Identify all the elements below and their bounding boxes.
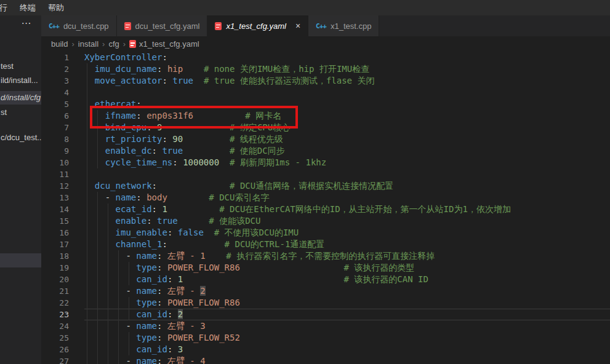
token	[206, 251, 227, 261]
code-line[interactable]: 18 - name: 左臂 - 1 # 执行器索引名字，不需要控制的执行器可直接…	[41, 250, 610, 262]
tab-x1_test_cfg.yaml[interactable]: x1_test_cfg.yaml×	[207, 15, 308, 36]
indent-guide	[97, 262, 98, 274]
token	[183, 134, 230, 144]
token: 2	[200, 286, 205, 296]
code-line[interactable]: 20 can_id: 1 # 该执行器的CAN ID	[41, 274, 610, 285]
menu-item[interactable]: 终端	[14, 2, 42, 14]
indent-guide	[87, 262, 87, 274]
code-line[interactable]: 16 imu_enable: false # 不使用该DCU的IMU	[41, 227, 610, 239]
code-line[interactable]: 7 bind_cpu: 9 # 绑定CPU核心	[41, 122, 610, 133]
code-line[interactable]: 23 can_id: 2	[41, 309, 610, 320]
tab-x1_test.cpp[interactable]: C++x1_test.cpp	[308, 15, 379, 36]
more-actions-icon[interactable]: ⋯	[17, 17, 36, 31]
token: :	[157, 356, 167, 364]
code-editor[interactable]: 1XyberController:2 imu_dcu_name: hip # n…	[41, 52, 610, 364]
sidebar-item[interactable]: test	[0, 60, 42, 73]
token: :	[167, 274, 178, 284]
code-line[interactable]: 24 - name: 左臂 - 3	[41, 320, 610, 332]
breadcrumb-item[interactable]: install	[78, 39, 98, 49]
token: ecat_id	[116, 204, 152, 214]
code-line[interactable]: 8 rt_priority: 90 # 线程优先级	[41, 133, 610, 145]
code-line[interactable]: 12 dcu_network: # DCU通信网络，请根据实机连接情况配置	[41, 180, 610, 192]
sidebar-item[interactable]	[0, 253, 42, 267]
indent-guide	[87, 63, 87, 75]
indent-guide	[118, 332, 119, 344]
indent-guide	[87, 87, 87, 98]
indent-guide	[87, 110, 87, 122]
token: true	[162, 146, 183, 156]
token: :	[157, 263, 167, 272]
tab-dcu_test.cpp[interactable]: C++dcu_test.cpp	[41, 15, 117, 36]
code-line[interactable]: 17 channel_1: # DCU的CTRL-1通道配置	[41, 239, 610, 250]
code-line[interactable]: 6 ifname: enp0s31f6 # 网卡名	[41, 110, 610, 122]
code-text: can_id: 2	[84, 309, 610, 320]
token: :	[136, 192, 146, 202]
sidebar-item[interactable]: st	[0, 106, 42, 119]
code-line[interactable]: 3 move_actuator: true # true 使能执行器运动测试，f…	[41, 75, 610, 87]
code-line[interactable]: 2 imu_dcu_name: hip # none 关闭IMU检查，hip 打…	[41, 63, 610, 75]
indent-guide	[87, 145, 87, 157]
indent-guide	[129, 297, 129, 309]
sidebar-item[interactable]: ild/install...	[0, 74, 42, 87]
indent-guide	[108, 344, 108, 355]
indent-guide	[97, 250, 98, 262]
code-text: channel_1: # DCU的CTRL-1通道配置	[84, 239, 610, 250]
token: :	[157, 298, 167, 307]
indent-guide	[118, 274, 119, 285]
token: POWER_FLOW_R86	[167, 263, 240, 272]
code-line[interactable]: 26 can_id: 3	[41, 344, 610, 355]
code-line[interactable]: 14 ecat_id: 1 # DCU在EtherCAT网络中的ID，从主站开始…	[41, 204, 610, 215]
menu-item[interactable]: 行	[0, 2, 14, 14]
indent-guide	[97, 122, 98, 133]
token	[167, 192, 209, 202]
breadcrumb-item[interactable]: build	[51, 39, 68, 49]
code-line[interactable]: 5 ethercat:	[41, 98, 610, 110]
token	[84, 239, 116, 249]
code-line[interactable]: 19 type: POWER_FLOW_R86 # 该执行器的类型	[41, 262, 610, 274]
token	[167, 239, 225, 249]
indent-guide	[129, 262, 129, 274]
indent-guide	[87, 320, 87, 332]
sidebar-item[interactable]: d/install/cfg	[0, 91, 42, 105]
line-number: 16	[41, 227, 84, 239]
breadcrumb-item[interactable]: cfg	[108, 39, 119, 49]
indent-guide	[118, 309, 119, 320]
code-line[interactable]: 4	[41, 87, 610, 98]
code-line[interactable]: 15 enable: true # 使能该DCU	[41, 215, 610, 227]
token: 1	[178, 274, 183, 284]
line-number: 24	[41, 320, 84, 332]
code-text: can_id: 1 # 该执行器的CAN ID	[84, 274, 610, 285]
code-line[interactable]: 13 - name: body # DCU索引名字	[41, 192, 610, 204]
token	[84, 181, 95, 191]
token: :	[152, 181, 157, 191]
code-line[interactable]: 9 enable_dc: true # 使能DC同步	[41, 145, 610, 157]
close-icon[interactable]: ×	[295, 22, 300, 30]
code-line[interactable]: 1XyberController:	[41, 52, 610, 63]
code-line[interactable]: 25 type: POWER_FLOW_R52	[41, 332, 610, 344]
yaml-file-icon	[124, 22, 131, 30]
token: ethercat	[95, 99, 136, 109]
token: rt_priority	[105, 134, 163, 144]
code-line[interactable]: 22 type: POWER_FLOW_R86	[41, 297, 610, 309]
tab-dcu_test_cfg.yaml[interactable]: dcu_test_cfg.yaml	[117, 15, 208, 36]
sidebar-item[interactable]: c/dcu_test...	[0, 131, 42, 144]
code-line[interactable]: 21 - name: 左臂 - 2	[41, 285, 610, 297]
indent-guide	[118, 297, 119, 309]
token	[183, 146, 230, 156]
cpp-file-icon: C++	[316, 22, 326, 30]
breadcrumb-file[interactable]: x1_test_cfg.yaml	[129, 39, 199, 49]
code-line[interactable]: 27 - name: 左臂 - 4	[41, 355, 610, 364]
line-number: 7	[41, 122, 84, 133]
token: :	[157, 64, 167, 74]
token	[84, 99, 95, 109]
indent-guide	[129, 309, 129, 320]
code-line[interactable]: 11	[41, 168, 610, 180]
line-number: 9	[41, 145, 84, 157]
code-text: enable: true # 使能该DCU	[84, 215, 610, 227]
indent-guide	[129, 332, 129, 344]
indent-guide	[108, 297, 108, 309]
token: :	[167, 344, 178, 354]
menu-item[interactable]: 帮助	[42, 2, 70, 14]
code-line[interactable]: 10 cycle_time_ns: 1000000 # 刷新周期1ms - 1k…	[41, 157, 610, 168]
token: # 线程优先级	[230, 134, 283, 144]
